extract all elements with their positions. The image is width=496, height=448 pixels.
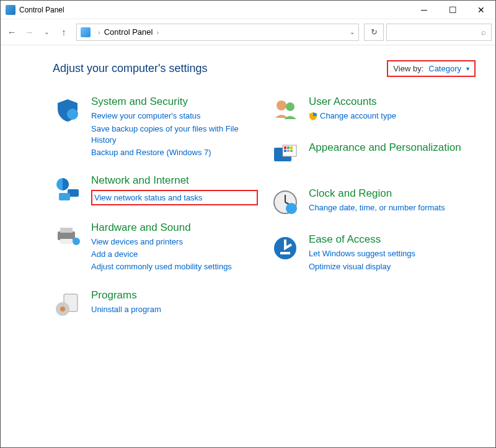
printer-icon (53, 222, 82, 251)
category-title[interactable]: User Accounts (309, 96, 476, 108)
category-title[interactable]: Programs (91, 289, 258, 302)
ease-of-access-icon (270, 233, 300, 263)
shield-icon (53, 96, 82, 125)
link-file-history[interactable]: Save backup copies of your files with Fi… (91, 123, 258, 146)
category-title[interactable]: System and Security (91, 96, 258, 108)
category-appearance: Appearance and Personalization (270, 141, 476, 171)
appearance-icon (270, 141, 300, 171)
address-chevron-icon: › (98, 29, 100, 36)
link-devices-printers[interactable]: View devices and printers (91, 236, 258, 248)
svg-rect-3 (59, 193, 70, 200)
up-button[interactable]: ↑ (56, 25, 71, 40)
category-body: Appearance and Personalization (309, 141, 476, 171)
minimize-button[interactable]: ─ (410, 1, 438, 19)
back-button[interactable]: ← (4, 25, 19, 40)
highlight-box: View network status and tasks (91, 190, 258, 205)
svg-rect-4 (58, 231, 75, 240)
category-body: Hardware and Sound View devices and prin… (91, 222, 258, 273)
svg-point-24 (286, 203, 297, 214)
category-title[interactable]: Hardware and Sound (91, 222, 258, 234)
control-panel-window: Control Panel ─ ☐ ✕ ← → ⌄ ↑ › Control Pa… (0, 0, 496, 448)
address-icon (81, 27, 91, 37)
close-button[interactable]: ✕ (467, 1, 495, 19)
link-change-account-type[interactable]: Change account type (309, 110, 476, 122)
svg-point-7 (73, 238, 80, 245)
window-title: Control Panel (19, 6, 410, 14)
link-date-time-formats[interactable]: Change date, time, or number formats (309, 202, 476, 213)
category-clock-region: Clock and Region Change date, time, or n… (270, 187, 476, 217)
content-area: Adjust your computer's settings View by:… (1, 45, 495, 447)
users-icon (270, 96, 300, 125)
link-mobility-settings[interactable]: Adjust commonly used mobility settings (91, 261, 258, 272)
svg-rect-5 (60, 228, 73, 233)
category-system-security: System and Security Review your computer… (53, 96, 258, 158)
uac-shield-icon (309, 112, 317, 120)
address-chevron-icon: › (156, 29, 159, 36)
link-add-device[interactable]: Add a device (91, 249, 258, 260)
category-user-accounts: User Accounts Change account type (270, 96, 476, 125)
link-windows-suggest[interactable]: Let Windows suggest settings (309, 248, 476, 259)
link-optimize-display[interactable]: Optimize visual display (309, 261, 476, 272)
search-icon: ⌕ (481, 27, 486, 37)
svg-point-12 (286, 102, 294, 111)
view-by-value: Category (428, 64, 461, 73)
category-title[interactable]: Appearance and Personalization (309, 141, 476, 154)
category-body: Ease of Access Let Windows suggest setti… (309, 233, 476, 272)
maximize-button[interactable]: ☐ (438, 1, 467, 19)
link-backup-restore[interactable]: Backup and Restore (Windows 7) (91, 147, 258, 158)
link-review-status[interactable]: Review your computer's status (91, 110, 258, 122)
svg-point-10 (60, 307, 65, 311)
category-title[interactable]: Ease of Access (309, 233, 476, 246)
chevron-down-icon: ▾ (466, 65, 469, 72)
address-bar[interactable]: › Control Panel › ⌄ (76, 24, 359, 41)
category-body: User Accounts Change account type (309, 96, 476, 125)
window-controls: ─ ☐ ✕ (410, 1, 495, 19)
svg-rect-20 (290, 150, 293, 152)
svg-rect-18 (284, 150, 286, 152)
titlebar: Control Panel ─ ☐ ✕ (1, 1, 495, 19)
svg-point-0 (67, 109, 78, 120)
column-left: System and Security Review your computer… (53, 96, 258, 319)
category-columns: System and Security Review your computer… (53, 96, 476, 319)
view-by-selector[interactable]: View by: Category ▾ (387, 60, 476, 77)
category-title[interactable]: Network and Internet (91, 174, 258, 187)
nav-toolbar: ← → ⌄ ↑ › Control Panel › ⌄ ↻ ⌕ (1, 19, 495, 45)
refresh-button[interactable]: ↻ (364, 24, 384, 41)
address-dropdown-icon[interactable]: ⌄ (350, 29, 355, 35)
category-body: System and Security Review your computer… (91, 96, 258, 158)
category-ease-of-access: Ease of Access Let Windows suggest setti… (270, 233, 476, 272)
category-title[interactable]: Clock and Region (309, 187, 476, 200)
link-network-status[interactable]: View network status and tasks (94, 193, 203, 202)
category-programs: Programs Uninstall a program (53, 289, 258, 319)
forward-button[interactable]: → (22, 25, 37, 40)
category-hardware-sound: Hardware and Sound View devices and prin… (53, 222, 258, 273)
clock-icon (270, 187, 300, 217)
category-body: Programs Uninstall a program (91, 289, 258, 319)
svg-rect-19 (287, 150, 290, 152)
view-by-label: View by: (393, 64, 423, 73)
recent-dropdown[interactable]: ⌄ (39, 25, 54, 40)
category-network-internet: Network and Internet View network status… (53, 174, 258, 205)
category-body: Network and Internet View network status… (91, 174, 258, 205)
page-title: Adjust your computer's settings (53, 62, 208, 75)
svg-rect-16 (287, 146, 290, 149)
programs-icon (53, 289, 82, 319)
svg-rect-6 (60, 239, 73, 244)
svg-rect-15 (284, 146, 286, 149)
header-row: Adjust your computer's settings View by:… (53, 60, 476, 77)
network-icon (53, 174, 82, 204)
svg-rect-17 (290, 146, 293, 149)
search-input[interactable]: ⌕ (386, 24, 492, 41)
category-body: Clock and Region Change date, time, or n… (309, 187, 476, 217)
column-right: User Accounts Change account type (270, 96, 476, 319)
address-root: Control Panel (104, 27, 153, 37)
link-uninstall-program[interactable]: Uninstall a program (91, 304, 258, 315)
svg-point-11 (277, 101, 286, 110)
app-icon (6, 5, 16, 15)
